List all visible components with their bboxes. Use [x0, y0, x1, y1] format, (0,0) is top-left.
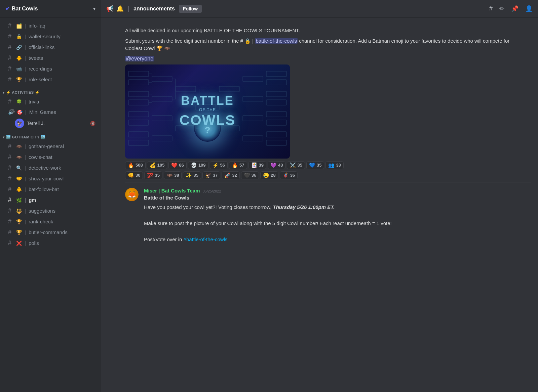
- bold-italic-date: Thursday 5/26 1:00pm ET.: [273, 204, 335, 210]
- message-timestamp: 05/25/2022: [202, 189, 221, 193]
- channel-mention-battle[interactable]: battle-of-the-cowls: [255, 38, 298, 44]
- hash-icon: #: [8, 44, 14, 51]
- avatar: 🦅: [15, 119, 24, 128]
- sidebar-item-tweets[interactable]: # 🐥 | tweets: [3, 53, 98, 63]
- reaction-spark[interactable]: ✨ 35: [183, 171, 201, 179]
- battle-image-embed: BATTLE OF THE COWLS ?: [125, 64, 290, 159]
- reaction-rocket[interactable]: 🚀 32: [222, 171, 239, 179]
- everyone-mention: @everyone: [125, 56, 154, 61]
- server-name: ✔ Bat Cowls: [5, 5, 38, 12]
- hash-icon: #: [8, 218, 14, 225]
- reaction-blue-heart[interactable]: 💙 35: [306, 161, 324, 169]
- message-block-2: 🦊 Miser | Bat Cowls Team 05/25/2022 Batt…: [125, 182, 531, 245]
- mute-icon: 🔇: [90, 121, 95, 126]
- sidebar-item-recordings[interactable]: # 📹 | recordings: [3, 63, 98, 74]
- message-content-2: Have you posted your cowl yet?! Voting c…: [144, 203, 525, 244]
- sidebar: ✔ Bat Cowls ▾ # 🗂️ | info-faq # 🔒 | wall…: [0, 0, 101, 392]
- person-icon[interactable]: 👤: [525, 5, 533, 12]
- hash-icon: #: [8, 239, 14, 247]
- reaction-skull[interactable]: 💀 109: [188, 161, 208, 169]
- battle-title: BATTLE OF THE COWLS: [180, 95, 235, 128]
- hash-icon: #: [8, 76, 14, 83]
- section-gotham-city[interactable]: 🏙️ GOTHAM CITY 🏙️: [0, 130, 101, 141]
- hash-icon: #: [8, 54, 14, 61]
- message-title: Battle of the Cowls: [144, 195, 525, 201]
- header-right-icons: # ✏ 📌 👤: [489, 5, 533, 12]
- hash-icon: #: [8, 98, 14, 105]
- edit-icon[interactable]: ✏: [499, 5, 504, 12]
- hash-icon: #: [8, 33, 14, 40]
- voice-user-terrell[interactable]: 🦅 Terrell J. 🔇: [3, 117, 98, 129]
- hash-icon: #: [8, 207, 14, 214]
- sidebar-item-rank-check[interactable]: # 🏆 | rank-check: [3, 216, 98, 227]
- announcements-icon: 📢: [106, 5, 114, 12]
- reaction-superhero[interactable]: 🦸 36: [280, 171, 298, 179]
- sidebar-item-cowls-chat[interactable]: # 🦇 | cowls-chat: [3, 152, 98, 162]
- sidebar-item-gm[interactable]: # 🌿 | gm: [3, 195, 98, 205]
- channel-link-battle[interactable]: #battle-of-the-cowls: [184, 236, 228, 242]
- sidebar-item-info-faq[interactable]: # 🗂️ | info-faq: [3, 20, 98, 31]
- hash-icon: #: [8, 143, 14, 150]
- reactions-row-2: 👊 30 💯 35 🦇 38 ✨ 35 🦅 37: [125, 171, 525, 179]
- reaction-bag[interactable]: 💰 105: [147, 161, 167, 169]
- reaction-heart[interactable]: ❤️ 86: [168, 161, 186, 169]
- pin-icon[interactable]: 📌: [511, 5, 518, 12]
- hash-icon: #: [8, 22, 14, 29]
- section-activities[interactable]: ⚡ ACTIVITIES ⚡: [0, 85, 101, 96]
- hash-icon: #: [8, 175, 14, 182]
- sidebar-item-role-select[interactable]: # 🏆 | role-select: [3, 74, 98, 85]
- reaction-eagle[interactable]: 🦅 37: [202, 171, 220, 179]
- sidebar-item-detective-work[interactable]: # 🔍 | detective-work: [3, 163, 98, 173]
- hash-icon: #: [8, 186, 14, 193]
- sidebar-item-show-your-cowl[interactable]: # 🤝 | show-your-cowl: [3, 173, 98, 184]
- hashtag-icon[interactable]: #: [489, 5, 493, 12]
- hash-icon: #: [8, 229, 14, 236]
- channel-name: announcements: [133, 6, 175, 12]
- channel-header-icons: 📢 🔔: [106, 5, 124, 12]
- question-mark: ?: [204, 125, 210, 136]
- sidebar-item-official-links[interactable]: # 🔗 | official-links: [3, 42, 98, 52]
- reaction-100[interactable]: 💯 35: [144, 171, 162, 179]
- server-header[interactable]: ✔ Bat Cowls ▾: [0, 0, 101, 17]
- chevron-down-icon: ▾: [93, 6, 95, 11]
- hash-icon: #: [8, 197, 14, 204]
- sidebar-item-polls[interactable]: # ❌ | polls: [3, 238, 98, 248]
- reaction-bat[interactable]: 🦇 38: [164, 171, 182, 179]
- header-divider: |: [128, 5, 129, 12]
- main-content: 📢 🔔 | announcements Follow # ✏ 📌 👤 All w…: [101, 0, 538, 392]
- message-text-2: Submit yours with the five digit serial …: [125, 37, 525, 52]
- message-author[interactable]: Miser | Bat Cowls Team: [144, 188, 200, 193]
- reaction-cry[interactable]: 😢 28: [260, 171, 278, 179]
- reaction-swords[interactable]: ⚔️ 35: [287, 161, 305, 169]
- channel-header: 📢 🔔 | announcements Follow # ✏ 📌 👤: [101, 0, 538, 17]
- reactions-row-1: 🔥 508 💰 105 ❤️ 86 💀 109 ⚡ 56: [125, 161, 525, 169]
- sidebar-item-butler-commands[interactable]: # 🏆 | butler-commands: [3, 227, 98, 237]
- messages-area: All will be decided in our upcoming BATT…: [101, 17, 538, 392]
- hash-icon: #: [8, 164, 14, 171]
- sidebar-item-suggestions[interactable]: # 🔱 | suggestions: [3, 206, 98, 216]
- reaction-fire[interactable]: 🔥 508: [125, 161, 146, 169]
- reaction-fist[interactable]: 👊 30: [125, 171, 143, 179]
- reaction-black-heart[interactable]: 🖤 36: [241, 171, 259, 179]
- reaction-purple-heart[interactable]: 💜 43: [268, 161, 285, 169]
- message-header-row: Miser | Bat Cowls Team 05/25/2022: [144, 188, 525, 193]
- follow-button[interactable]: Follow: [179, 5, 202, 13]
- sidebar-item-trivia[interactable]: # 🍀 | trivia: [3, 96, 98, 107]
- mention-tag: @everyone: [125, 56, 525, 62]
- reaction-people[interactable]: 👥 33: [325, 161, 343, 169]
- reaction-fire2[interactable]: 🔥 57: [229, 161, 247, 169]
- sidebar-item-gotham-general[interactable]: # 🦇 | gotham-general: [3, 141, 98, 151]
- message-block-1: All will be decided in our upcoming BATT…: [125, 24, 531, 182]
- verified-icon: ✔: [5, 5, 10, 12]
- sidebar-item-bat-follow-bat[interactable]: # 🐥 | bat-follow-bat: [3, 184, 98, 194]
- bell-icon: 🔔: [116, 5, 124, 12]
- sidebar-item-mini-games[interactable]: 🔊 🎯 | Mini Games: [3, 107, 98, 117]
- hash-icon: #: [8, 65, 14, 72]
- message-body-2: Miser | Bat Cowls Team 05/25/2022 Battle…: [144, 188, 525, 244]
- channel-list: # 🗂️ | info-faq # 🔒 | wallet-security # …: [0, 17, 101, 392]
- sidebar-item-wallet-security[interactable]: # 🔒 | wallet-security: [3, 31, 98, 42]
- speaker-icon: 🔊: [8, 109, 15, 115]
- reaction-lightning[interactable]: ⚡ 56: [210, 161, 228, 169]
- reaction-joker[interactable]: 🃏 39: [248, 161, 266, 169]
- hash-icon: #: [8, 154, 14, 161]
